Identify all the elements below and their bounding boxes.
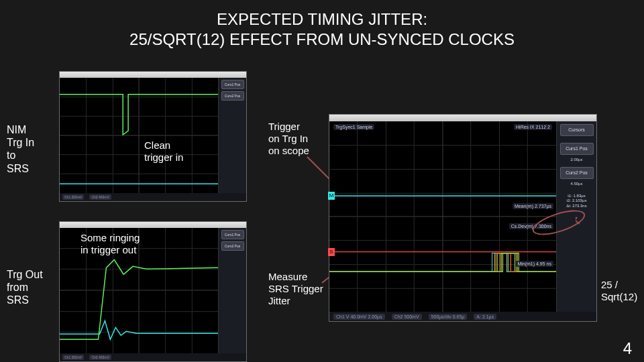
scope-tag-trg: TrgSync1 Sample — [333, 124, 374, 130]
scope-footer-ch2: Ch2 500mV — [392, 314, 422, 320]
scope-footer-ch2: Ch2 400mV — [89, 355, 111, 360]
scope-footer: Ch1 V 40.0mV 2.00µs Ch2 500mV 500µs/div … — [329, 312, 596, 321]
scope-sidebar: Curs1 Pos Curs2 Pos — [218, 228, 246, 353]
label-measure: Measure SRS Trigger Jitter — [268, 271, 323, 307]
scope-c1-value: 2.00µs — [557, 158, 596, 163]
label-formula: 25 / Sqrt(12) — [601, 279, 637, 303]
scope-marker-m: M — [328, 192, 335, 200]
scope-footer: Ch1 200mV Ch2 400mV — [60, 353, 246, 361]
label-nim-trg-in: NIM Trg In to SRS — [7, 123, 34, 175]
scope-menubar — [329, 115, 596, 121]
scope-menubar — [60, 222, 246, 228]
page-number: 4 — [623, 339, 632, 358]
title-line2: 25/SQRT(12) EFFECT FROM UN-SYNCED CLOCKS — [129, 30, 515, 48]
scope-footer-ch1: Ch1 200mV — [62, 355, 84, 360]
scope-footer-ch1: Ch1 200mV — [62, 194, 84, 200]
scope-footer-ch2: Ch2 400mV — [89, 194, 111, 200]
scope-footer-time: 500µs/div 0.65µ — [429, 314, 468, 320]
scope-btn-curs2: Curs2 Pos — [221, 91, 244, 101]
label-trg-out: Trg Out from SRS — [7, 268, 43, 307]
scope-plot-mean: Mean(m) 2.737µs — [513, 203, 553, 209]
scope-marker-s: S — [328, 248, 335, 256]
scope-btn-curs1: Curs1 Pos — [221, 80, 244, 89]
scope-c2-value: 4.50µs — [557, 182, 596, 187]
scope-plot-min: Min(m1) 4.95 ns — [515, 261, 553, 267]
scope-footer: Ch1 200mV Ch2 400mV — [60, 193, 246, 201]
scope-footer-ch1: Ch1 V 40.0mV 2.00µs — [333, 314, 385, 320]
scope-plot — [60, 78, 218, 193]
scope-btn-cursors: Cursors — [560, 124, 594, 136]
label-ringing: Some ringing in trigger out — [80, 232, 140, 256]
scope-sidebar: Curs1 Pos Curs2 Pos — [218, 78, 246, 193]
slide-title: EXPECTED TIMING JITTER: 25/SQRT(12) EFFE… — [0, 0, 644, 50]
scope-plot: TrgSync1 Sample HiRes IX 2112 2 Mean(m) … — [329, 121, 556, 312]
scope-btn-c2: Curs2 Pos — [560, 167, 594, 179]
scope-footer-rate: A: 2.1µs — [474, 314, 496, 320]
scope-btn-curs2: Curs2 Pos — [221, 241, 244, 251]
label-clean-trigger: Clean trigger in — [144, 139, 183, 164]
scope-btn-curs1: Curs1 Pos — [221, 230, 244, 239]
scope-btn-c1: Curs1 Pos — [560, 143, 594, 155]
scope-menubar — [60, 72, 246, 78]
scope-stats: t1: 1.83µs t2: 2.103µs Δt: 273.3ns — [557, 194, 596, 209]
label-trigger-on: Trigger on Trg In on scope — [268, 121, 309, 157]
scope-tag-info: HiRes IX 2112 2 — [514, 124, 552, 130]
title-line1: EXPECTED TIMING JITTER: — [217, 10, 427, 28]
scope-top: Curs1 Pos Curs2 Pos Ch1 200mV Ch2 400mV — [59, 71, 247, 202]
